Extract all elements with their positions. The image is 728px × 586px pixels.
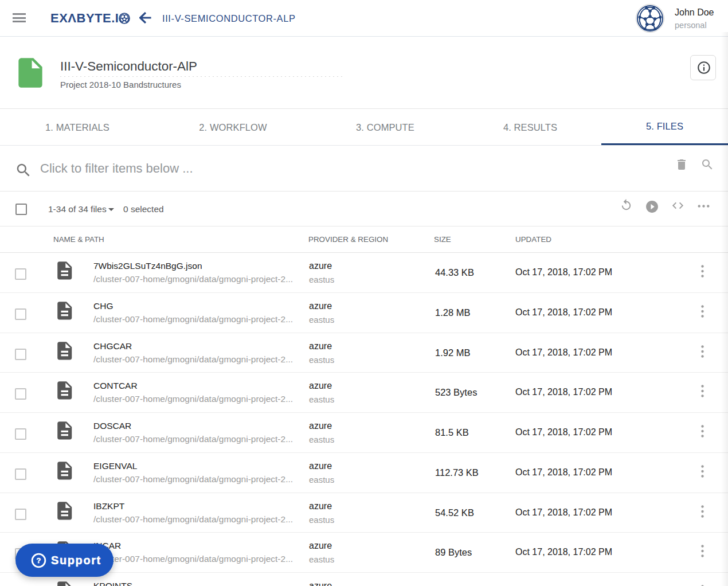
svg-text:?: ? xyxy=(37,556,41,565)
